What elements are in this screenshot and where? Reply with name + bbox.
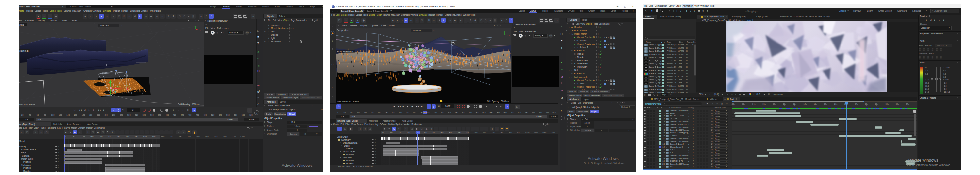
svg-text:○: ○ [121, 24, 122, 26]
svg-text:Grid Spacing : 5000 cm: Grid Spacing : 5000 cm [487, 100, 509, 103]
svg-text:Grid Spacing : 5000 cm: Grid Spacing : 5000 cm [178, 103, 200, 106]
svg-text:Perspective: Perspective [337, 29, 349, 32]
svg-text:View Transform: Scene: View Transform: Scene [337, 100, 359, 103]
svg-text:Brush Selection ×: Brush Selection × [337, 50, 353, 53]
svg-text:○: ○ [433, 29, 434, 32]
svg-text:election ◙: election ◙ [19, 50, 29, 52]
svg-text:final cam: final cam [100, 24, 109, 26]
svg-text:ctive: ctive [19, 24, 24, 26]
svg-text:ransform: Scene: ransform: Scene [19, 103, 35, 106]
svg-text:final cam: final cam [413, 29, 422, 32]
